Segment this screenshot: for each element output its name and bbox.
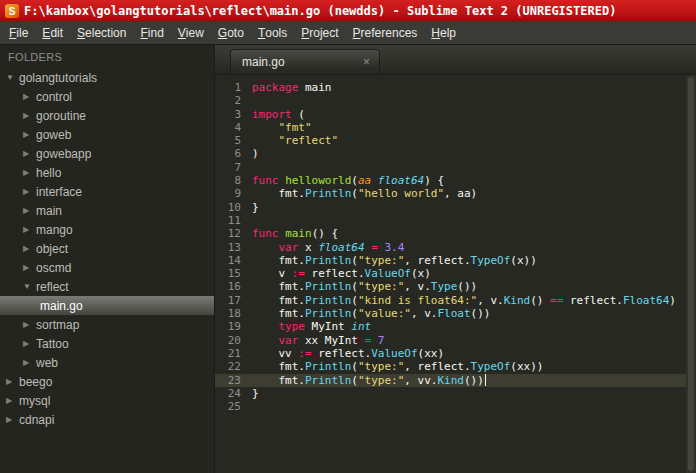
chevron-right-icon[interactable]: ▶ — [6, 378, 19, 386]
chevron-right-icon[interactable]: ▶ — [23, 207, 36, 215]
line-number: 21 — [215, 347, 241, 360]
menu-tools[interactable]: Tools — [251, 22, 294, 44]
tree-item-label: object — [36, 242, 68, 256]
folder-oscmd[interactable]: ▶oscmd — [0, 258, 214, 277]
line-number: 9 — [215, 187, 241, 200]
line-number: 5 — [215, 134, 241, 147]
folder-main[interactable]: ▶main — [0, 201, 214, 220]
code-line-21: 21 vv := reflect.ValueOf(xx) — [215, 347, 696, 360]
code-line-13: 13 var x float64 = 3.4 — [215, 241, 696, 254]
line-number: 20 — [215, 334, 241, 347]
folder-gowebapp[interactable]: ▶gowebapp — [0, 144, 214, 163]
code-text: fmt.Println("value:", v.Float()) — [241, 307, 490, 320]
code-text: v := reflect.ValueOf(x) — [241, 267, 431, 280]
window-title: F:\kanbox\golangtutorials\reflect\main.g… — [24, 4, 616, 18]
menu-selection[interactable]: Selection — [70, 22, 133, 44]
file-main.go[interactable]: main.go — [0, 296, 214, 315]
tab-main.go[interactable]: main.go× — [230, 49, 380, 74]
menu-file[interactable]: File — [2, 22, 35, 44]
folder-reflect[interactable]: ▼reflect — [0, 277, 214, 296]
tree-item-label: mysql — [19, 394, 50, 408]
tree-item-label: sortmap — [36, 318, 79, 332]
line-number: 11 — [215, 214, 241, 227]
menu-edit[interactable]: Edit — [35, 22, 70, 44]
chevron-down-icon[interactable]: ▼ — [6, 74, 19, 82]
tab-bar: main.go× — [215, 45, 696, 75]
code-line-3: 3import ( — [215, 108, 696, 121]
vertical-scrollbar[interactable] — [686, 75, 696, 473]
menu-help[interactable]: Help — [424, 22, 463, 44]
folder-mysql[interactable]: ▶mysql — [0, 391, 214, 410]
code-line-18: 18 fmt.Println("value:", v.Float()) — [215, 307, 696, 320]
folder-mango[interactable]: ▶mango — [0, 220, 214, 239]
code-line-11: 11 — [215, 214, 696, 227]
tree-item-label: reflect — [36, 280, 69, 294]
tab-label: main.go — [242, 55, 285, 69]
chevron-right-icon[interactable]: ▶ — [23, 226, 36, 234]
code-line-25: 25 — [215, 400, 696, 413]
code-line-2: 2 — [215, 94, 696, 107]
menu-find[interactable]: Find — [133, 22, 170, 44]
code-line-17: 17 fmt.Println("kind is float64:", v.Kin… — [215, 294, 696, 307]
folder-golangtutorials[interactable]: ▼golangtutorials — [0, 68, 214, 87]
folder-object[interactable]: ▶object — [0, 239, 214, 258]
close-icon[interactable]: × — [363, 56, 370, 68]
line-number: 12 — [215, 227, 241, 240]
tree-item-label: interface — [36, 185, 82, 199]
chevron-right-icon[interactable]: ▶ — [23, 150, 36, 158]
folder-web[interactable]: ▶web — [0, 353, 214, 372]
chevron-right-icon[interactable]: ▶ — [23, 264, 36, 272]
folder-hello[interactable]: ▶hello — [0, 163, 214, 182]
chevron-right-icon[interactable]: ▶ — [23, 169, 36, 177]
folder-goroutine[interactable]: ▶goroutine — [0, 106, 214, 125]
code-line-1: 1package main — [215, 81, 696, 94]
line-number: 3 — [215, 108, 241, 121]
line-number: 13 — [215, 241, 241, 254]
chevron-right-icon[interactable]: ▶ — [23, 131, 36, 139]
code-editor[interactable]: 1package main23import (4 "fmt"5 "reflect… — [215, 75, 696, 473]
folder-goweb[interactable]: ▶goweb — [0, 125, 214, 144]
folder-beego[interactable]: ▶beego — [0, 372, 214, 391]
tree-item-label: goroutine — [36, 109, 86, 123]
folder-cdnapi[interactable]: ▶cdnapi — [0, 410, 214, 429]
folder-control[interactable]: ▶control — [0, 87, 214, 106]
chevron-right-icon[interactable]: ▶ — [6, 397, 19, 405]
tree-item-label: golangtutorials — [19, 71, 97, 85]
code-text: ) — [241, 147, 259, 160]
code-text: func helloworld(aa float64) { — [241, 174, 444, 187]
folder-sortmap[interactable]: ▶sortmap — [0, 315, 214, 334]
code-line-23: 23 fmt.Println("type:", vv.Kind()) — [215, 374, 696, 387]
scrollbar-thumb[interactable] — [688, 77, 694, 471]
menu-preferences[interactable]: Preferences — [346, 22, 425, 44]
line-number: 7 — [215, 161, 241, 174]
main-area: FOLDERS ▼golangtutorials▶control▶gorouti… — [0, 45, 696, 473]
tree-item-label: control — [36, 90, 72, 104]
chevron-down-icon[interactable]: ▼ — [23, 283, 36, 291]
menu-project[interactable]: Project — [294, 22, 345, 44]
code-line-14: 14 fmt.Println("type:", reflect.TypeOf(x… — [215, 254, 696, 267]
menu-view[interactable]: View — [171, 22, 211, 44]
code-text: "fmt" — [241, 121, 312, 134]
chevron-right-icon[interactable]: ▶ — [23, 340, 36, 348]
code-line-19: 19 type MyInt int — [215, 320, 696, 333]
code-text: var xx MyInt = 7 — [241, 334, 384, 347]
code-lines: 1package main23import (4 "fmt"5 "reflect… — [215, 81, 696, 413]
chevron-right-icon[interactable]: ▶ — [6, 416, 19, 424]
folder-tattoo[interactable]: ▶Tattoo — [0, 334, 214, 353]
tree-item-label: beego — [19, 375, 52, 389]
tree-item-label: gowebapp — [36, 147, 91, 161]
line-number: 8 — [215, 174, 241, 187]
chevron-right-icon[interactable]: ▶ — [23, 245, 36, 253]
folder-interface[interactable]: ▶interface — [0, 182, 214, 201]
chevron-right-icon[interactable]: ▶ — [23, 359, 36, 367]
code-text: } — [241, 387, 259, 400]
code-line-4: 4 "fmt" — [215, 121, 696, 134]
menu-goto[interactable]: Goto — [211, 22, 251, 44]
chevron-right-icon[interactable]: ▶ — [23, 188, 36, 196]
chevron-right-icon[interactable]: ▶ — [23, 112, 36, 120]
code-text: "reflect" — [241, 134, 338, 147]
line-number: 24 — [215, 387, 241, 400]
chevron-right-icon[interactable]: ▶ — [23, 93, 36, 101]
code-line-15: 15 v := reflect.ValueOf(x) — [215, 267, 696, 280]
chevron-right-icon[interactable]: ▶ — [23, 321, 36, 329]
